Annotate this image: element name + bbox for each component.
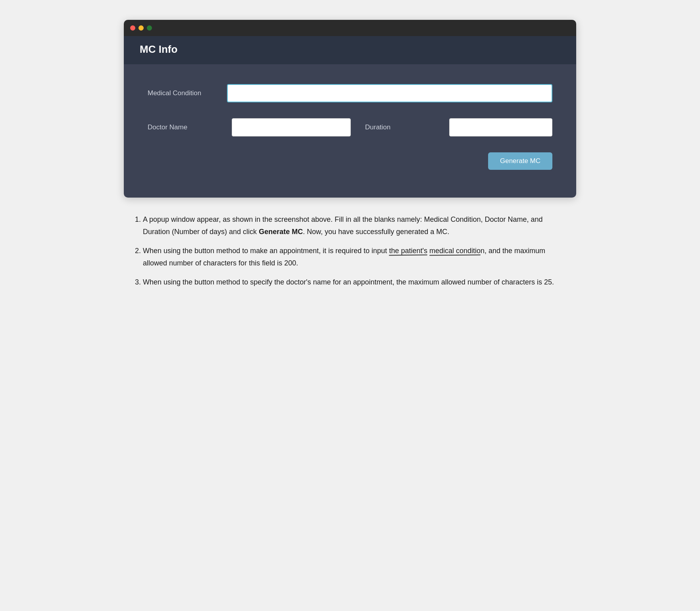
generate-mc-button[interactable]: Generate MC	[488, 152, 552, 170]
medical-condition-row: Medical Condition	[148, 84, 552, 102]
underline-patients: the patient's	[389, 247, 427, 255]
window-title-bar: MC Info	[124, 36, 576, 64]
duration-input[interactable]	[449, 118, 552, 136]
instructions-section: A popup window appear, as shown in the s…	[124, 213, 576, 288]
title-bar	[124, 20, 576, 36]
underline-medical-condition: medical conditio	[429, 247, 481, 255]
instructions-list: A popup window appear, as shown in the s…	[132, 213, 568, 288]
instruction-item-2: When using the button method to make an …	[143, 245, 568, 269]
medical-condition-input[interactable]	[227, 84, 552, 102]
doctor-duration-row: Doctor Name Duration	[148, 118, 552, 136]
mc-info-window: MC Info Medical Condition Doctor Name Du…	[124, 20, 576, 198]
generate-mc-bold: Generate MC	[259, 228, 303, 236]
instruction-item-3: When using the button method to specify …	[143, 276, 568, 288]
button-row: Generate MC	[148, 152, 552, 170]
minimize-button[interactable]	[138, 25, 144, 31]
duration-label: Duration	[365, 123, 444, 131]
doctor-name-input[interactable]	[232, 118, 351, 136]
close-button[interactable]	[130, 25, 135, 31]
maximize-button[interactable]	[147, 25, 152, 31]
instruction-item-1: A popup window appear, as shown in the s…	[143, 213, 568, 238]
doctor-name-group: Doctor Name	[148, 118, 351, 136]
duration-group: Duration	[365, 118, 552, 136]
window-title: MC Info	[140, 43, 560, 56]
medical-condition-label: Medical Condition	[148, 89, 227, 97]
form-body: Medical Condition Doctor Name Duration G…	[124, 64, 576, 198]
doctor-name-label: Doctor Name	[148, 123, 227, 131]
